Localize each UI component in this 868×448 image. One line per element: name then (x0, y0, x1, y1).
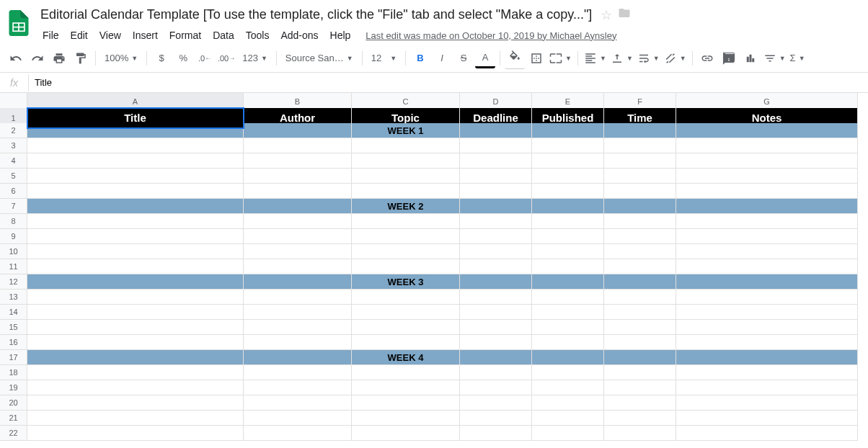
menu-edit[interactable]: Edit (66, 27, 93, 44)
comment-button[interactable] (719, 48, 739, 68)
row-header-14[interactable]: 14 (0, 305, 27, 320)
cell-G18[interactable] (676, 365, 858, 380)
cell-A22[interactable] (27, 426, 244, 441)
cell-F6[interactable] (604, 184, 676, 199)
sheet-area[interactable]: ABCDEFG1TitleAuthorTopicDeadlinePublishe… (0, 93, 868, 440)
bold-button[interactable]: B (410, 48, 430, 68)
row-header-4[interactable]: 4 (0, 153, 27, 169)
cell-B8[interactable] (244, 214, 352, 229)
cell-B14[interactable] (244, 305, 352, 320)
cell-B12[interactable] (244, 274, 352, 290)
cell-E16[interactable] (532, 335, 604, 350)
cell-B4[interactable] (244, 153, 352, 169)
cell-B22[interactable] (244, 426, 352, 441)
row-header-13[interactable]: 13 (0, 290, 27, 305)
last-edit[interactable]: Last edit was made on October 10, 2019 b… (366, 30, 616, 41)
menu-view[interactable]: View (94, 27, 126, 44)
cell-F21[interactable] (604, 411, 676, 426)
cell-A12[interactable] (27, 274, 244, 290)
cell-C19[interactable] (352, 380, 460, 395)
cell-D14[interactable] (460, 305, 532, 320)
cell-E5[interactable] (532, 169, 604, 184)
cell-C18[interactable] (352, 365, 460, 380)
cell-A21[interactable] (27, 411, 244, 426)
cell-F7[interactable] (604, 199, 676, 214)
menu-file[interactable]: File (37, 27, 64, 44)
cell-F12[interactable] (604, 274, 676, 290)
cell-E15[interactable] (532, 320, 604, 335)
cell-C14[interactable] (352, 305, 460, 320)
cell-D4[interactable] (460, 153, 532, 169)
cell-D18[interactable] (460, 365, 532, 380)
cell-E19[interactable] (532, 380, 604, 395)
decrease-decimal-button[interactable]: .0← (195, 48, 215, 68)
percent-button[interactable]: % (173, 48, 193, 68)
cell-C20[interactable] (352, 395, 460, 411)
rotate-dropdown[interactable]: ▼ (663, 48, 688, 68)
cell-F14[interactable] (604, 305, 676, 320)
cell-B18[interactable] (244, 365, 352, 380)
cell-G15[interactable] (676, 320, 858, 335)
row-header-16[interactable]: 16 (0, 335, 27, 350)
row-header-2[interactable]: 2 (0, 123, 27, 138)
cell-A14[interactable] (27, 305, 244, 320)
cell-C13[interactable] (352, 290, 460, 305)
cell-F5[interactable] (604, 169, 676, 184)
font-size-dropdown[interactable]: 12▼ (367, 48, 401, 68)
cell-A10[interactable] (27, 244, 244, 259)
cell-D17[interactable] (460, 350, 532, 365)
cell-G20[interactable] (676, 395, 858, 411)
cell-G4[interactable] (676, 153, 858, 169)
menu-tools[interactable]: Tools (241, 27, 275, 44)
cell-A6[interactable] (27, 184, 244, 199)
cell-C7[interactable]: WEEK 2 (352, 199, 460, 214)
cell-G14[interactable] (676, 305, 858, 320)
cell-E20[interactable] (532, 395, 604, 411)
cell-D12[interactable] (460, 274, 532, 290)
cell-B6[interactable] (244, 184, 352, 199)
cell-E14[interactable] (532, 305, 604, 320)
cell-D10[interactable] (460, 244, 532, 259)
cell-B13[interactable] (244, 290, 352, 305)
cell-E7[interactable] (532, 199, 604, 214)
row-header-9[interactable]: 9 (0, 229, 27, 244)
cell-C5[interactable] (352, 169, 460, 184)
cell-D19[interactable] (460, 380, 532, 395)
row-header-21[interactable]: 21 (0, 411, 27, 426)
cell-C6[interactable] (352, 184, 460, 199)
cell-B20[interactable] (244, 395, 352, 411)
row-header-10[interactable]: 10 (0, 244, 27, 259)
cell-A5[interactable] (27, 169, 244, 184)
italic-button[interactable]: I (432, 48, 452, 68)
cell-G2[interactable] (676, 123, 858, 138)
cell-E6[interactable] (532, 184, 604, 199)
print-button[interactable] (49, 48, 69, 68)
cell-A17[interactable] (27, 350, 244, 365)
cell-G7[interactable] (676, 199, 858, 214)
cell-C10[interactable] (352, 244, 460, 259)
cell-D5[interactable] (460, 169, 532, 184)
cell-B5[interactable] (244, 169, 352, 184)
cell-F8[interactable] (604, 214, 676, 229)
cell-F16[interactable] (604, 335, 676, 350)
row-header-19[interactable]: 19 (0, 380, 27, 395)
row-header-8[interactable]: 8 (0, 214, 27, 229)
link-button[interactable] (697, 48, 717, 68)
row-header-17[interactable]: 17 (0, 350, 27, 365)
menu-data[interactable]: Data (208, 27, 239, 44)
cell-F13[interactable] (604, 290, 676, 305)
row-header-3[interactable]: 3 (0, 138, 27, 153)
cell-A4[interactable] (27, 153, 244, 169)
cell-B2[interactable] (244, 123, 352, 138)
more-formats-dropdown[interactable]: 123▼ (238, 48, 272, 68)
cell-G19[interactable] (676, 380, 858, 395)
cell-A1[interactable]: Title (27, 108, 244, 128)
row-header-7[interactable]: 7 (0, 199, 27, 214)
cell-C12[interactable]: WEEK 3 (352, 274, 460, 290)
cell-E4[interactable] (532, 153, 604, 169)
cell-D22[interactable] (460, 426, 532, 441)
cell-F18[interactable] (604, 365, 676, 380)
cell-A7[interactable] (27, 199, 244, 214)
cell-G12[interactable] (676, 274, 858, 290)
cell-E13[interactable] (532, 290, 604, 305)
